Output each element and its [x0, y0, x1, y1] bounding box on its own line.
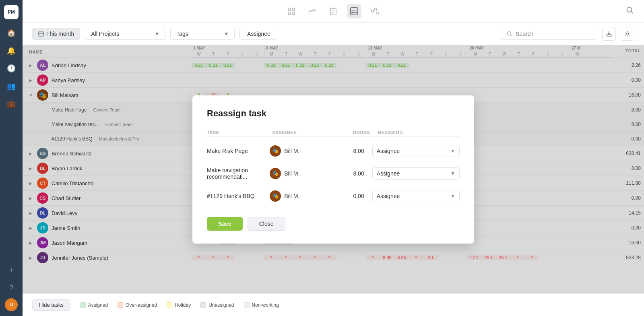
- user-avatar[interactable]: U: [5, 298, 18, 311]
- legend-assigned: Assigned: [80, 302, 108, 308]
- export-button[interactable]: [602, 27, 616, 41]
- assigned-legend-dot: [80, 302, 86, 308]
- filter-bar: This month All Projects ▼ Tags ▼ Assigne…: [23, 23, 644, 45]
- modal-actions: Save Close: [207, 217, 460, 231]
- sidebar-briefcase-icon[interactable]: 💼: [4, 97, 19, 111]
- legend-non-working: Non-working: [244, 302, 279, 308]
- modal-task-name-2: Make navigation recommendati...: [207, 167, 270, 180]
- task-column-header: TASK: [207, 130, 272, 135]
- modal-assignee-avatar-2: 🎭: [270, 168, 281, 179]
- modal-hours-3: 0.00: [333, 193, 372, 199]
- modal-assignee-3: 🎭 Bill M.: [270, 190, 332, 202]
- assignee-column-header: ASSIGNEE: [272, 130, 337, 135]
- hours-column-header: HOURS: [337, 130, 378, 135]
- modal-task-row: #1129 Hank's BBQ 🎭 Bill M. 0.00 Assignee…: [207, 185, 460, 207]
- modal-assignee-1: 🎭 Bill M.: [270, 145, 332, 157]
- grid-area: NAME 1 MAY W T F: [23, 45, 644, 293]
- table-icon[interactable]: [347, 4, 361, 19]
- modal-reassign-select-1[interactable]: Assignee ▼: [372, 145, 460, 157]
- modal-assignee-avatar-3: 🎭: [270, 190, 281, 202]
- legend-holiday: Holiday: [167, 302, 191, 308]
- svg-rect-0: [288, 8, 291, 10]
- assignee-button[interactable]: Assignee: [239, 28, 278, 40]
- legend-over-assigned: Over-assigned: [118, 302, 157, 308]
- sidebar: PM 🏠 🔔 🕐 👥 💼 + ? U: [0, 0, 23, 316]
- save-button[interactable]: Save: [207, 217, 243, 231]
- non-working-legend-dot: [244, 302, 250, 308]
- reassign-column-header: REASSIGN: [378, 130, 460, 135]
- global-search-icon[interactable]: [625, 6, 634, 17]
- reassign-task-modal: Reassign task TASK ASSIGNEE HOURS REASSI…: [192, 95, 474, 244]
- modal-task-name-1: Make Risk Page: [207, 148, 270, 154]
- settings-button[interactable]: [621, 27, 634, 41]
- sidebar-clock-icon[interactable]: 🕐: [4, 61, 19, 76]
- tags-arrow-icon: ▼: [224, 31, 229, 37]
- svg-rect-1: [292, 8, 295, 10]
- svg-rect-13: [377, 12, 379, 14]
- svg-rect-3: [292, 12, 295, 14]
- projects-arrow-icon: ▼: [155, 31, 159, 37]
- search-input[interactable]: [516, 31, 588, 37]
- sidebar-home-icon[interactable]: 🏠: [4, 26, 19, 40]
- gantt-footer: Hide tasks Assigned Over-assigned Holida…: [23, 293, 644, 316]
- modal-table-header: TASK ASSIGNEE HOURS REASSIGN: [207, 128, 460, 137]
- svg-point-26: [627, 33, 629, 35]
- svg-rect-11: [372, 10, 374, 12]
- modal-task-row: Make Risk Page 🎭 Bill M. 8.00 Assignee ▼: [207, 140, 460, 162]
- modal-task-name-3: #1129 Hank's BBQ: [207, 193, 270, 199]
- flow-icon[interactable]: [368, 4, 382, 19]
- unassigned-legend-dot: [200, 302, 206, 308]
- modal-table: TASK ASSIGNEE HOURS REASSIGN Make Risk P…: [207, 128, 460, 207]
- modal-hours-1: 8.00: [333, 148, 372, 154]
- focus-icon[interactable]: [284, 4, 299, 19]
- reassign-arrow-2: ▼: [450, 171, 455, 176]
- reassign-arrow-1: ▼: [450, 148, 455, 154]
- app-logo[interactable]: PM: [4, 5, 19, 19]
- svg-rect-18: [39, 32, 43, 36]
- top-toolbar: [23, 0, 644, 23]
- modal-assignee-2: 🎭 Bill M.: [270, 168, 332, 179]
- main-content: This month All Projects ▼ Tags ▼ Assigne…: [23, 0, 644, 316]
- waveform-icon[interactable]: [305, 4, 320, 19]
- svg-point-16: [627, 7, 632, 12]
- reassign-arrow-3: ▼: [450, 193, 455, 199]
- svg-rect-7: [351, 8, 358, 15]
- svg-point-22: [508, 31, 511, 35]
- sidebar-people-icon[interactable]: 👥: [4, 79, 19, 93]
- holiday-legend-dot: [167, 302, 172, 308]
- tags-select[interactable]: Tags ▼: [170, 28, 235, 40]
- this-month-button[interactable]: This month: [32, 28, 80, 40]
- sidebar-help-icon[interactable]: ?: [4, 281, 19, 295]
- svg-rect-2: [288, 12, 291, 14]
- svg-line-23: [511, 35, 512, 36]
- modal-overlay: Reassign task TASK ASSIGNEE HOURS REASSI…: [23, 45, 644, 293]
- over-assigned-legend-dot: [118, 302, 123, 308]
- svg-line-17: [631, 11, 633, 13]
- modal-assignee-avatar-1: 🎭: [270, 145, 281, 157]
- legend-unassigned: Unassigned: [200, 302, 234, 308]
- svg-rect-12: [374, 8, 376, 10]
- modal-title: Reassign task: [207, 108, 460, 119]
- search-box: [501, 28, 597, 40]
- modal-hours-2: 8.00: [333, 170, 372, 177]
- sidebar-notification-icon[interactable]: 🔔: [4, 43, 19, 58]
- sidebar-add-icon[interactable]: +: [4, 263, 19, 277]
- hide-tasks-button[interactable]: Hide tasks: [32, 299, 70, 311]
- svg-line-15: [376, 9, 377, 12]
- modal-reassign-select-2[interactable]: Assignee ▼: [372, 167, 460, 180]
- clipboard-icon[interactable]: [326, 4, 341, 19]
- modal-task-row: Make navigation recommendati... 🎭 Bill M…: [207, 162, 460, 185]
- svg-rect-24: [607, 35, 611, 36]
- all-projects-select[interactable]: All Projects ▼: [85, 28, 165, 40]
- modal-reassign-select-3[interactable]: Assignee ▼: [372, 190, 460, 202]
- close-button[interactable]: Close: [248, 217, 285, 231]
